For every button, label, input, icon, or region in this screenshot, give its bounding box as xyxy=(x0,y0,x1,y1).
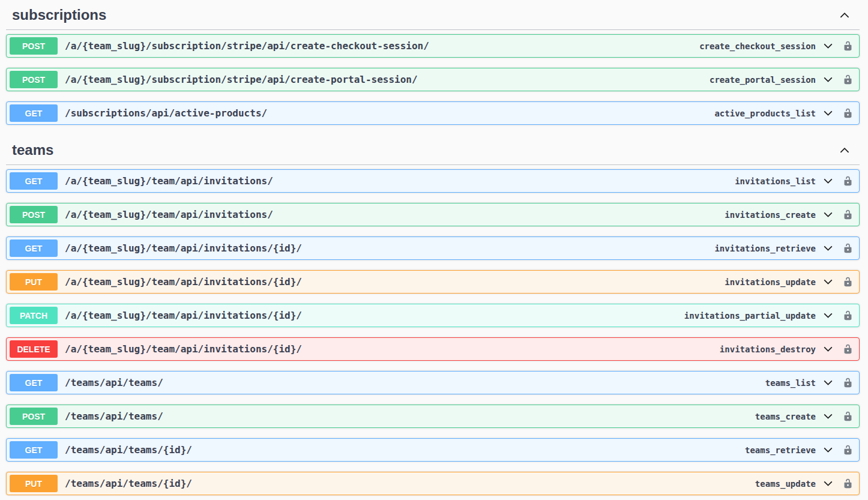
unlocked-padlock-icon xyxy=(843,74,853,85)
unlocked-padlock-icon xyxy=(843,411,853,421)
method-badge: POST xyxy=(10,408,58,425)
opblock-teams_update[interactable]: PUT /teams/api/teams/{id}/ teams_update xyxy=(6,472,860,495)
authorize-button[interactable] xyxy=(843,310,853,321)
endpoint-path: /teams/api/teams/{id}/ xyxy=(65,444,192,456)
opblock-invitations_destroy[interactable]: DELETE /a/{team_slug}/team/api/invitatio… xyxy=(6,337,860,361)
tag-title: teams xyxy=(12,141,53,158)
opblock-invitations_create[interactable]: POST /a/{team_slug}/team/api/invitations… xyxy=(6,203,860,226)
operation-id: invitations_partial_update xyxy=(684,311,816,321)
unlocked-padlock-icon xyxy=(843,176,853,186)
chevron-up-icon xyxy=(838,143,851,157)
tag-section-subscriptions: subscriptions POST /a/{team_slug}/subscr… xyxy=(6,0,860,125)
endpoint-path: /a/{team_slug}/team/api/invitations/{id}… xyxy=(65,242,302,254)
expand-operation-button[interactable] xyxy=(822,376,834,389)
endpoint-path: /a/{team_slug}/team/api/invitations/ xyxy=(65,175,273,187)
expand-operation-button[interactable] xyxy=(822,208,834,221)
expand-operation-button[interactable] xyxy=(822,343,834,355)
method-badge: GET xyxy=(10,172,58,190)
opblock-teams_retrieve[interactable]: GET /teams/api/teams/{id}/ teams_retriev… xyxy=(6,438,860,462)
method-badge: GET xyxy=(10,441,58,459)
opblock-teams_list[interactable]: GET /teams/api/teams/ teams_list xyxy=(6,371,860,394)
chevron-down-icon xyxy=(822,343,834,355)
tag-header[interactable]: subscriptions xyxy=(6,0,860,30)
tag-header[interactable]: teams xyxy=(6,135,860,165)
unlocked-padlock-icon xyxy=(843,108,853,118)
expand-operation-button[interactable] xyxy=(822,477,834,490)
operation-id: teams_list xyxy=(765,378,816,388)
operations: POST /a/{team_slug}/subscription/stripe/… xyxy=(6,30,860,125)
authorize-button[interactable] xyxy=(843,176,853,186)
opblock-invitations_retrieve[interactable]: GET /a/{team_slug}/team/api/invitations/… xyxy=(6,236,860,260)
operation-id: invitations_create xyxy=(725,210,816,220)
method-badge: GET xyxy=(10,374,58,391)
endpoint-path: /teams/api/teams/ xyxy=(65,411,163,422)
tag-section-teams: teams GET /a/{team_slug}/team/api/invita… xyxy=(6,135,860,495)
operation-id: invitations_update xyxy=(725,277,816,287)
operation-id: create_portal_session xyxy=(710,75,816,85)
authorize-button[interactable] xyxy=(843,74,853,85)
expand-operation-button[interactable] xyxy=(822,309,834,322)
unlocked-padlock-icon xyxy=(843,209,853,220)
expand-operation-button[interactable] xyxy=(822,73,834,86)
expand-operation-button[interactable] xyxy=(822,242,834,255)
expand-operation-button[interactable] xyxy=(822,410,834,423)
unlocked-padlock-icon xyxy=(843,243,853,253)
endpoint-path: /a/{team_slug}/team/api/invitations/{id}… xyxy=(65,310,302,321)
unlocked-padlock-icon xyxy=(843,277,853,287)
endpoint-path: /teams/api/teams/{id}/ xyxy=(65,478,192,489)
opblock-invitations_partial_update[interactable]: PATCH /a/{team_slug}/team/api/invitation… xyxy=(6,304,860,327)
unlocked-padlock-icon xyxy=(843,344,853,354)
authorize-button[interactable] xyxy=(843,378,853,388)
authorize-button[interactable] xyxy=(843,411,853,421)
expand-operation-button[interactable] xyxy=(822,444,834,456)
method-badge: GET xyxy=(10,239,58,257)
method-badge: PATCH xyxy=(10,307,58,324)
endpoint-path: /teams/api/teams/ xyxy=(65,377,163,388)
collapse-section-button[interactable] xyxy=(836,8,854,22)
chevron-down-icon xyxy=(822,309,834,322)
chevron-down-icon xyxy=(822,410,834,423)
operation-id: invitations_retrieve xyxy=(714,244,816,253)
expand-operation-button[interactable] xyxy=(822,107,834,119)
chevron-down-icon xyxy=(822,40,834,52)
opblock-active_products_list[interactable]: GET /subscriptions/api/active-products/ … xyxy=(6,101,860,125)
unlocked-padlock-icon xyxy=(843,41,853,51)
unlocked-padlock-icon xyxy=(843,478,853,489)
expand-operation-button[interactable] xyxy=(822,40,834,52)
authorize-button[interactable] xyxy=(843,108,853,118)
chevron-down-icon xyxy=(822,444,834,456)
operation-id: create_checkout_session xyxy=(699,41,816,51)
authorize-button[interactable] xyxy=(843,277,853,287)
opblock-create_portal_session[interactable]: POST /a/{team_slug}/subscription/stripe/… xyxy=(6,68,860,91)
endpoint-path: /a/{team_slug}/team/api/invitations/{id}… xyxy=(65,343,302,355)
authorize-button[interactable] xyxy=(843,209,853,220)
operation-id: teams_update xyxy=(755,479,816,489)
unlocked-padlock-icon xyxy=(843,445,853,455)
chevron-down-icon xyxy=(822,107,834,119)
authorize-button[interactable] xyxy=(843,41,853,51)
authorize-button[interactable] xyxy=(843,445,853,455)
endpoint-path: /subscriptions/api/active-products/ xyxy=(65,107,267,119)
collapse-section-button[interactable] xyxy=(836,143,854,157)
opblock-invitations_update[interactable]: PUT /a/{team_slug}/team/api/invitations/… xyxy=(6,270,860,294)
method-badge: PUT xyxy=(10,273,58,291)
endpoint-path: /a/{team_slug}/subscription/stripe/api/c… xyxy=(65,40,429,52)
opblock-create_checkout_session[interactable]: POST /a/{team_slug}/subscription/stripe/… xyxy=(6,34,860,58)
opblock-invitations_list[interactable]: GET /a/{team_slug}/team/api/invitations/… xyxy=(6,169,860,193)
operation-id: invitations_list xyxy=(735,176,816,186)
authorize-button[interactable] xyxy=(843,243,853,253)
chevron-down-icon xyxy=(822,376,834,389)
chevron-down-icon xyxy=(822,73,834,86)
operation-id: teams_retrieve xyxy=(745,445,816,455)
chevron-down-icon xyxy=(822,276,834,288)
expand-operation-button[interactable] xyxy=(822,276,834,288)
authorize-button[interactable] xyxy=(843,344,853,354)
chevron-up-icon xyxy=(838,8,851,22)
opblock-teams_create[interactable]: POST /teams/api/teams/ teams_create xyxy=(6,405,860,428)
endpoint-path: /a/{team_slug}/team/api/invitations/{id}… xyxy=(65,276,302,288)
method-badge: PUT xyxy=(10,475,58,492)
expand-operation-button[interactable] xyxy=(822,175,834,187)
method-badge: GET xyxy=(10,104,58,122)
endpoint-path: /a/{team_slug}/subscription/stripe/api/c… xyxy=(65,74,418,85)
authorize-button[interactable] xyxy=(843,478,853,489)
